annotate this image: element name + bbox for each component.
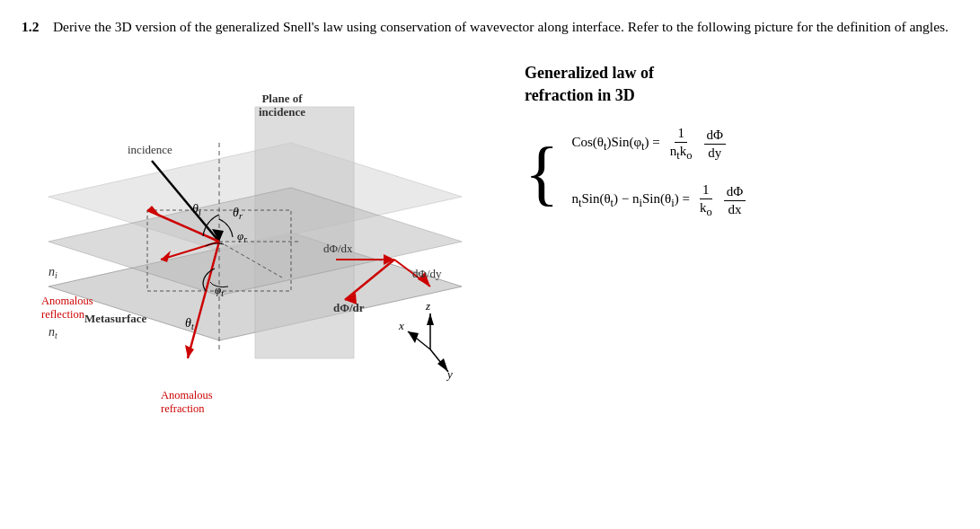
eq1-denom1: ntko [667, 143, 695, 163]
label-anomalous-reflection: Anomalous [41, 295, 93, 307]
label-anomalous-refraction: Anomalous [161, 389, 213, 401]
left-brace: { [525, 137, 559, 208]
equation-system: { Cos(θt)Sin(φt) = 1 ntko dΦ dy nt [525, 126, 958, 219]
eq2-denom2: dx [725, 201, 744, 217]
problem-statement: 1.2 Derive the 3D version of the general… [22, 16, 958, 37]
problem-text: Derive the 3D version of the generalized… [53, 19, 949, 34]
label-dphi-dx: dΦ/dx [323, 242, 353, 255]
eq1-denom2: dy [705, 145, 724, 161]
label-x-axis: x [398, 319, 404, 332]
svg-text:incidence: incidence [259, 105, 305, 119]
svg-marker-21 [427, 313, 434, 325]
eq1-fraction2: dΦ dy [704, 128, 726, 161]
equations: Cos(θt)Sin(φt) = 1 ntko dΦ dy ntSin(θt) … [571, 126, 747, 219]
eq2-fraction1: 1 ko [697, 182, 715, 219]
label-nt: nt [49, 325, 57, 340]
label-y-axis: y [446, 367, 453, 381]
label-metasurface: Metasurface [84, 312, 147, 325]
label-dphi-dy: dΦ/dy [412, 267, 442, 280]
svg-text:refraction: refraction [161, 402, 205, 415]
label-dphi-dr: dΦ/dr [333, 301, 365, 314]
svg-marker-13 [185, 345, 194, 358]
label-incidence: incidence [128, 143, 172, 156]
diagram-svg: incidence Plane of incidence Anomalous r… [22, 53, 489, 439]
label-z-axis: z [425, 299, 430, 313]
eq2-denom1: ko [697, 199, 715, 219]
svg-text:reflection: reflection [41, 308, 85, 321]
math-title: Generalized law ofrefraction in 3D [525, 62, 958, 107]
eq2-numer1: 1 [700, 182, 712, 199]
problem-number: 1.2 [22, 19, 39, 34]
eq1-fraction1: 1 ntko [667, 126, 695, 163]
eq2-lhs: ntSin(θt) − niSin(θi) = [571, 191, 690, 210]
diagram-area: incidence Plane of incidence Anomalous r… [22, 53, 489, 439]
equation-1: Cos(θt)Sin(φt) = 1 ntko dΦ dy [571, 126, 747, 163]
svg-text:Plane of: Plane of [261, 92, 303, 105]
math-area: Generalized law ofrefraction in 3D { Cos… [498, 53, 958, 218]
eq1-numer1: 1 [675, 126, 687, 143]
eq1-numer2: dΦ [704, 128, 726, 145]
svg-marker-23 [408, 331, 419, 343]
equation-2: ntSin(θt) − niSin(θi) = 1 ko dΦ dx [571, 182, 747, 219]
label-ni: ni [49, 265, 57, 280]
eq2-numer2: dΦ [724, 184, 746, 201]
eq1-lhs: Cos(θt)Sin(φt) = [571, 135, 659, 154]
eq2-fraction2: dΦ dx [724, 184, 746, 217]
content-area: incidence Plane of incidence Anomalous r… [22, 53, 958, 439]
